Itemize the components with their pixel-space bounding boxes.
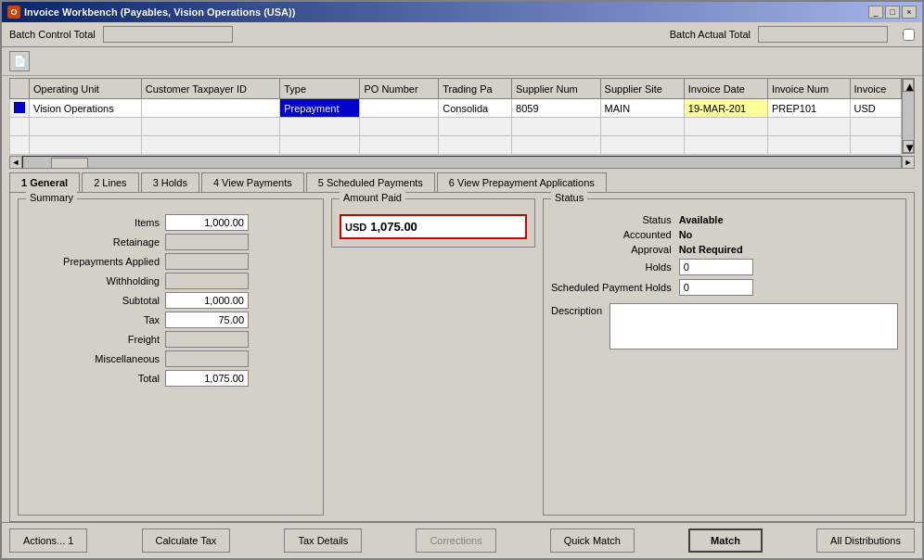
title-controls: _ □ ×	[868, 6, 917, 19]
cell-po-empty[interactable]	[360, 118, 439, 136]
cell-invoice-date-empty[interactable]	[684, 118, 767, 136]
cell-operating-unit[interactable]: Vision Operations	[30, 99, 142, 118]
col-operating-unit: Operating Unit	[30, 79, 142, 99]
prepayments-label: Prepayments Applied	[26, 256, 165, 267]
cell-po-number[interactable]	[360, 99, 439, 118]
tab-general[interactable]: 1 General	[9, 172, 80, 192]
description-label: Description	[551, 303, 602, 316]
retainage-value[interactable]	[165, 234, 249, 250]
holds-value-input[interactable]	[679, 259, 753, 275]
cell-supplier-num-empty[interactable]	[512, 118, 601, 136]
col-trading-pa: Trading Pa	[439, 79, 512, 99]
cell-invoice[interactable]: USD	[850, 99, 901, 118]
cell-invoice-date[interactable]: 19-MAR-201	[684, 99, 767, 118]
cell-taxpayer-empty[interactable]	[141, 118, 279, 136]
window-title: Invoice Workbench (Payables, Vision Oper…	[24, 6, 295, 18]
status-panel: Status Status Available Accounted No App…	[543, 198, 906, 515]
total-value[interactable]	[165, 370, 249, 387]
subtotal-label: Subtotal	[26, 295, 165, 306]
amount-panel: Amount Paid USD 1,075.00	[331, 198, 535, 248]
withholding-label: Withholding	[26, 275, 165, 286]
actions-button[interactable]: Actions... 1	[9, 528, 87, 553]
tax-value[interactable]	[165, 312, 249, 328]
tax-details-button[interactable]: Tax Details	[284, 528, 362, 553]
cell-trading-empty[interactable]	[439, 118, 512, 136]
quick-match-button[interactable]: Quick Match	[550, 528, 635, 553]
total-label: Total	[26, 373, 165, 384]
batch-checkbox[interactable]	[903, 29, 915, 41]
cell-supplier-num[interactable]: 8059	[512, 99, 601, 118]
summary-panel: Summary Items Retainage Prepayments Appl…	[18, 198, 324, 515]
scroll-h-track	[22, 156, 902, 169]
cell-invoice-num-empty[interactable]	[767, 118, 850, 136]
calculate-tax-button[interactable]: Calculate Tax	[142, 528, 231, 553]
table-row[interactable]: Vision Operations Prepayment Consolida 8…	[10, 99, 902, 118]
cell-supplier-site-empty[interactable]	[600, 118, 684, 136]
subtotal-value[interactable]	[165, 292, 249, 309]
scheduled-holds-input[interactable]	[679, 279, 753, 296]
row-indicator	[14, 102, 25, 113]
tab-holds[interactable]: 3 Holds	[141, 172, 199, 192]
summary-retainage-row: Retainage	[26, 234, 315, 250]
row-empty-cell	[10, 118, 30, 136]
scroll-right-btn[interactable]: ►	[902, 156, 915, 169]
summary-total-row: Total	[26, 370, 315, 387]
tab-view-payments[interactable]: 4 View Payments	[201, 172, 304, 192]
accounted-label: Accounted	[551, 229, 672, 240]
summary-title: Summary	[26, 192, 77, 203]
corrections-button[interactable]: Corrections	[416, 528, 495, 553]
batch-bar: Batch Control Total Batch Actual Total	[2, 22, 922, 47]
tab-view-prepayment[interactable]: 6 View Prepayment Applications	[437, 172, 607, 192]
items-value[interactable]	[165, 214, 249, 231]
tab-lines[interactable]: 2 Lines	[82, 172, 138, 192]
scroll-left-btn[interactable]: ◄	[9, 156, 22, 169]
new-icon[interactable]: 📄	[9, 51, 30, 71]
summary-prepayments-row: Prepayments Applied	[26, 253, 315, 270]
col-supplier-num: Supplier Num	[512, 79, 601, 99]
minimize-button[interactable]: _	[868, 6, 883, 19]
batch-control-input[interactable]	[103, 26, 233, 43]
row-empty-cell2	[10, 136, 30, 155]
cell-operating-unit-empty[interactable]	[30, 118, 142, 136]
close-button[interactable]: ×	[902, 6, 917, 19]
app-icon: O	[7, 6, 20, 19]
batch-right: Batch Actual Total	[670, 26, 888, 43]
freight-value[interactable]	[165, 331, 249, 348]
summary-misc-row: Miscellaneous	[26, 350, 315, 367]
col-invoice: Invoice	[850, 79, 901, 99]
all-distributions-button[interactable]: All Distributions	[816, 528, 915, 553]
title-bar-left: O Invoice Workbench (Payables, Vision Op…	[7, 6, 295, 19]
withholding-value[interactable]	[165, 273, 249, 289]
scroll-up-btn[interactable]: ▲	[903, 79, 914, 92]
scroll-track	[903, 92, 914, 140]
col-taxpayer-id: Customer Taxpayer ID	[141, 79, 279, 99]
match-button[interactable]: Match	[688, 528, 763, 553]
summary-subtotal-row: Subtotal	[26, 292, 315, 309]
misc-value[interactable]	[165, 350, 249, 367]
scroll-down-btn[interactable]: ▼	[903, 140, 914, 153]
prepayments-value[interactable]	[165, 253, 249, 270]
summary-tax-row: Tax	[26, 312, 315, 328]
description-row: Description	[551, 303, 898, 350]
tab-scheduled-payments[interactable]: 5 Scheduled Payments	[306, 172, 435, 192]
cell-invoice-empty[interactable]	[850, 118, 901, 136]
amount-box: USD 1,075.00	[340, 214, 527, 239]
cell-type[interactable]: Prepayment	[280, 99, 360, 118]
cell-type-empty[interactable]	[280, 118, 360, 136]
items-label: Items	[26, 217, 165, 228]
cell-trading-pa[interactable]: Consolida	[439, 99, 512, 118]
cell-taxpayer-id[interactable]	[141, 99, 279, 118]
col-checkbox	[10, 79, 30, 99]
cell-supplier-site[interactable]: MAIN	[600, 99, 684, 118]
batch-actual-input[interactable]	[758, 26, 888, 43]
status-field-value: Available	[679, 214, 898, 225]
cell-invoice-num[interactable]: PREP101	[767, 99, 850, 118]
table-scrollbar-v[interactable]: ▲ ▼	[902, 78, 915, 154]
freight-label: Freight	[26, 334, 165, 345]
table-row[interactable]	[10, 118, 902, 136]
table-row[interactable]	[10, 136, 902, 155]
status-title: Status	[551, 192, 587, 203]
maximize-button[interactable]: □	[885, 6, 900, 19]
description-input[interactable]	[610, 303, 898, 350]
accounted-value: No	[679, 229, 898, 240]
